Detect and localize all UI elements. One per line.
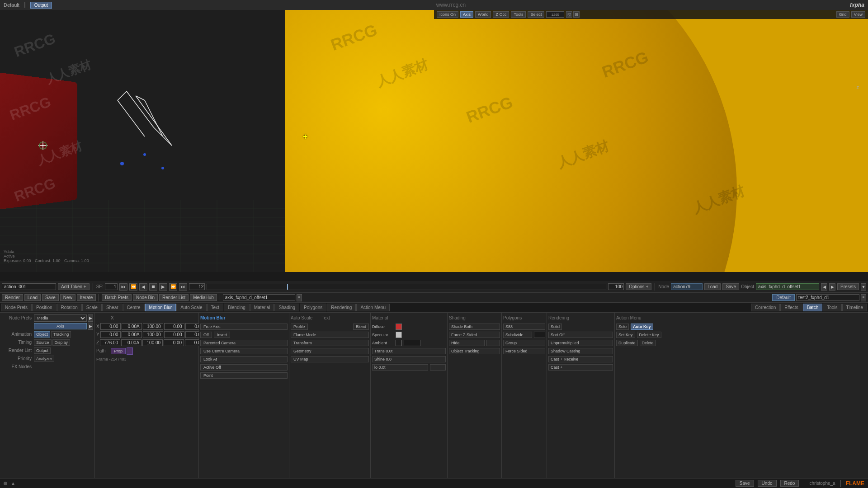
hide-val[interactable] xyxy=(486,340,500,346)
x-val2[interactable] xyxy=(122,323,142,330)
unpremultiplied-btn[interactable]: Unpremultiplied xyxy=(548,340,613,346)
save-status-btn[interactable]: Save xyxy=(736,480,754,487)
geometry-btn[interactable]: Geometry xyxy=(291,348,369,354)
trans-btn[interactable]: Trans 0.0t xyxy=(372,348,446,354)
tab-material[interactable]: Material xyxy=(250,304,274,311)
play-rev-btn[interactable]: ◀ xyxy=(139,283,147,291)
tab-batch[interactable]: Batch xyxy=(803,304,823,311)
y-val3[interactable] xyxy=(143,331,163,338)
obj-arrow-l[interactable]: ◀ xyxy=(821,283,827,291)
tab-blending[interactable]: Blending xyxy=(224,304,250,311)
expand-btn-2[interactable]: ≡ xyxy=(861,294,866,301)
tab-rendering[interactable]: Rendering xyxy=(327,304,356,311)
tab-text[interactable]: Text xyxy=(207,304,223,311)
arrow-btn[interactable]: ▶ xyxy=(88,323,93,330)
grid-btn[interactable]: Grid xyxy=(836,11,849,18)
presets-btn[interactable]: Presets xyxy=(837,283,859,290)
redo-status-btn[interactable]: Redo xyxy=(780,480,799,487)
y-val2[interactable] xyxy=(122,331,142,338)
auto-key-btn[interactable]: Auto Key xyxy=(631,324,653,330)
delete-btn[interactable]: Delete xyxy=(640,340,656,346)
select-btn[interactable]: Select xyxy=(528,11,544,18)
prop-btn[interactable]: Prop xyxy=(111,348,126,354)
look-at-btn[interactable]: Look At xyxy=(200,356,288,362)
tab-position[interactable]: Position xyxy=(32,304,57,311)
prop-slider[interactable] xyxy=(127,347,133,355)
iterate-btn[interactable]: Iterate xyxy=(77,294,96,301)
ambient-color-swatch[interactable] xyxy=(396,340,402,346)
off-btn[interactable]: Off xyxy=(200,332,212,338)
render-btn[interactable]: Render xyxy=(2,294,23,301)
parented-camera-btn[interactable]: Parented Camera xyxy=(200,340,288,346)
s88-btn[interactable]: S88 xyxy=(503,324,545,330)
diffuse-color-swatch[interactable] xyxy=(396,324,402,330)
force-z-btn[interactable]: Force Z-Sided xyxy=(449,332,500,338)
object-name-input[interactable] xyxy=(756,283,819,290)
group-btn[interactable]: Group xyxy=(503,340,545,346)
vp-control-1[interactable]: ◱ xyxy=(566,11,572,18)
tab-shear[interactable]: Shear xyxy=(102,304,123,311)
node-prefs-select[interactable]: Media xyxy=(34,314,87,322)
x-val4[interactable] xyxy=(164,323,184,330)
tab-rotation[interactable]: Rotation xyxy=(57,304,82,311)
lo-occ-val[interactable] xyxy=(430,364,446,371)
point-btn[interactable]: Point xyxy=(200,372,288,379)
tab-tools-right[interactable]: Tools xyxy=(823,304,841,311)
cast-plus-btn[interactable]: Cast + xyxy=(548,364,613,371)
tab-node-prefs[interactable]: Node Prefs xyxy=(1,304,32,311)
obj-arrow-r[interactable]: ▶ xyxy=(829,283,835,291)
tab-correction[interactable]: Correction xyxy=(751,304,780,311)
set-key-btn[interactable]: Set Key xyxy=(616,332,635,338)
ambient-value[interactable] xyxy=(404,340,421,346)
sort-off-btn[interactable]: Sort Off xyxy=(548,332,613,338)
step-fwd-btn[interactable]: ⏩ xyxy=(169,283,177,291)
add-token-btn[interactable]: Add Token + xyxy=(58,283,90,290)
frame-end-input[interactable] xyxy=(608,283,624,290)
frame-input[interactable] xyxy=(189,283,205,290)
test2-input[interactable] xyxy=(796,294,859,301)
output-prop-btn[interactable]: Output xyxy=(34,347,51,354)
tab-auto-scale[interactable]: Auto Scale xyxy=(176,304,206,311)
node-save-btn[interactable]: Save xyxy=(722,283,739,290)
delete-key-btn[interactable]: Delete Key xyxy=(637,332,661,338)
profile-btn[interactable]: Profile xyxy=(291,324,308,330)
shine-btn[interactable]: Shine 0.0 xyxy=(372,356,446,362)
object-btn[interactable]: Object xyxy=(34,331,50,338)
tab-motion-blur[interactable]: Motion Blur xyxy=(145,304,176,311)
node-bin-btn[interactable]: Node Bin xyxy=(133,294,158,301)
solo-btn[interactable]: Solo xyxy=(616,324,629,330)
axis-offset-input[interactable] xyxy=(223,294,295,301)
tools-btn[interactable]: Tools xyxy=(511,11,526,18)
uv-map-btn[interactable]: UV Map xyxy=(291,356,369,362)
y-val1[interactable] xyxy=(100,331,121,338)
specular-color-swatch[interactable] xyxy=(396,332,402,338)
save-btn[interactable]: Save xyxy=(42,294,59,301)
options-btn[interactable]: Options + xyxy=(626,283,651,290)
z-val3[interactable] xyxy=(142,339,163,346)
tab-timeline[interactable]: Timeline xyxy=(842,304,867,311)
tab-action-menu[interactable]: Action Menu xyxy=(356,304,390,311)
lo-occ-btn[interactable]: lo 0.0t xyxy=(372,364,428,371)
icons-on-btn[interactable]: Icons On xyxy=(437,11,458,18)
hide-btn[interactable]: Hide xyxy=(449,340,485,346)
node-load-btn[interactable]: Load xyxy=(704,283,721,290)
tab-shading[interactable]: Shading xyxy=(274,304,299,311)
solid-btn[interactable]: Solid xyxy=(548,324,562,330)
tracking-btn[interactable]: Tracking xyxy=(51,331,71,338)
default-btn[interactable]: Default xyxy=(772,294,795,301)
tab-scale[interactable]: Scale xyxy=(82,304,102,311)
x-val1[interactable] xyxy=(100,323,121,330)
z-val4[interactable] xyxy=(164,339,184,346)
sf-value-input[interactable] xyxy=(105,283,118,290)
play-end-btn[interactable]: ⏭ xyxy=(179,283,187,291)
world-btn[interactable]: World xyxy=(475,11,491,18)
load-btn[interactable]: Load xyxy=(24,294,41,301)
step-back-btn[interactable]: ⏪ xyxy=(129,283,137,291)
node-prefs-arrow[interactable]: ▶ xyxy=(88,314,93,322)
expand-btn[interactable]: ≡ xyxy=(297,294,302,301)
tab-polygons[interactable]: Polygons xyxy=(300,304,326,311)
free-axis-btn[interactable]: Free Axis xyxy=(200,324,288,330)
object-tracking-btn[interactable]: Object Tracking xyxy=(449,348,500,354)
cast-receive-btn[interactable]: Cast + Receive xyxy=(548,356,613,362)
x-val3[interactable] xyxy=(143,323,163,330)
